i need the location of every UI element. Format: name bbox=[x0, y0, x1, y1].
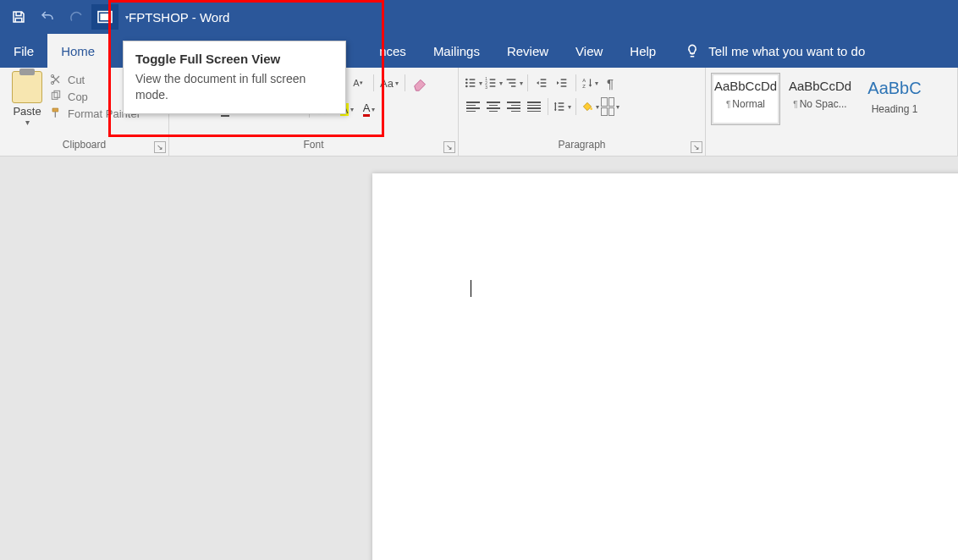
svg-rect-5 bbox=[54, 91, 60, 97]
scissors-icon bbox=[49, 73, 63, 86]
svg-rect-4 bbox=[52, 92, 58, 99]
svg-point-8 bbox=[465, 85, 468, 88]
style-name-heading1: Heading 1 bbox=[861, 103, 928, 115]
font-color-button[interactable]: A bbox=[360, 100, 378, 118]
undo-icon[interactable] bbox=[34, 4, 61, 30]
svg-point-14 bbox=[590, 107, 592, 110]
increase-indent-button[interactable] bbox=[553, 74, 571, 92]
group-styles: AaBbCcDd ¶Normal AaBbCcDd ¶No Spac... Aa… bbox=[706, 68, 958, 156]
group-label-font: Font bbox=[169, 139, 458, 156]
group-label-clipboard: Clipboard bbox=[0, 139, 168, 156]
svg-point-7 bbox=[465, 82, 468, 85]
text-cursor bbox=[471, 280, 471, 297]
dialog-launcher-clipboard[interactable]: ↘ bbox=[154, 141, 166, 153]
svg-text:A: A bbox=[582, 78, 586, 83]
shrink-font-button[interactable]: A▾ bbox=[349, 74, 367, 92]
copy-icon bbox=[49, 90, 63, 103]
change-case-button[interactable]: Aa bbox=[380, 74, 399, 92]
line-spacing-icon bbox=[553, 100, 566, 113]
indent-icon bbox=[555, 76, 569, 90]
paintbrush-icon bbox=[49, 107, 63, 120]
style-preview: AaBbCcDd bbox=[786, 79, 854, 93]
tab-references-partial[interactable]: nces bbox=[376, 34, 420, 68]
group-label-paragraph: Paragraph bbox=[459, 139, 705, 156]
multilevel-icon bbox=[504, 76, 518, 90]
tooltip-title: Toggle Full Screen View bbox=[135, 52, 333, 66]
eraser-icon bbox=[411, 74, 430, 92]
sort-button[interactable]: AZ bbox=[581, 74, 599, 92]
cut-label: Cut bbox=[68, 74, 85, 86]
show-paragraph-marks-button[interactable]: ¶ bbox=[601, 74, 619, 92]
tab-view[interactable]: View bbox=[562, 34, 616, 68]
bullets-button[interactable] bbox=[464, 74, 482, 92]
style-preview: AaBbCcDd bbox=[712, 79, 779, 93]
line-spacing-button[interactable] bbox=[553, 97, 571, 116]
lightbulb-icon bbox=[685, 43, 700, 58]
redo-icon[interactable] bbox=[63, 4, 90, 30]
justify-button[interactable] bbox=[525, 97, 543, 116]
document-area bbox=[0, 156, 958, 560]
window-title: FPTSHOP - Word bbox=[129, 10, 229, 25]
style-no-spacing[interactable]: AaBbCcDd ¶No Spac... bbox=[785, 73, 855, 125]
tab-review[interactable]: Review bbox=[493, 34, 562, 68]
clipboard-icon bbox=[12, 71, 42, 103]
style-normal[interactable]: AaBbCcDd ¶Normal bbox=[711, 73, 780, 125]
align-center-button[interactable] bbox=[484, 97, 503, 116]
align-right-button[interactable] bbox=[504, 97, 523, 116]
tab-mailings[interactable]: Mailings bbox=[420, 34, 493, 68]
svg-rect-1 bbox=[100, 14, 109, 20]
sort-icon: AZ bbox=[581, 76, 593, 90]
svg-text:3: 3 bbox=[485, 85, 487, 90]
outdent-icon bbox=[535, 76, 548, 90]
fullscreen-toggle-icon[interactable] bbox=[91, 4, 118, 30]
numbering-button[interactable]: 123 bbox=[484, 74, 503, 92]
style-preview: AaBbC bbox=[861, 79, 928, 98]
bullets-icon bbox=[464, 76, 477, 90]
title-bar: ▾ FPTSHOP - Word bbox=[0, 0, 958, 34]
paste-label: Paste bbox=[5, 105, 49, 118]
borders-icon bbox=[601, 97, 614, 116]
decrease-indent-button[interactable] bbox=[532, 74, 551, 92]
tooltip-description: View the document in full screen mode. bbox=[135, 71, 333, 103]
group-paragraph: 123 AZ ¶ bbox=[459, 68, 706, 156]
style-name-nospacing: No Spac... bbox=[800, 98, 847, 110]
borders-button[interactable] bbox=[601, 97, 619, 116]
svg-point-6 bbox=[465, 79, 468, 81]
clear-formatting-button[interactable] bbox=[411, 74, 430, 92]
save-icon[interactable] bbox=[5, 4, 32, 30]
bucket-icon bbox=[581, 100, 594, 113]
align-left-button[interactable] bbox=[464, 97, 482, 116]
svg-text:Z: Z bbox=[582, 84, 586, 89]
tab-home[interactable]: Home bbox=[47, 34, 108, 68]
numbering-icon: 123 bbox=[484, 76, 498, 90]
style-heading1[interactable]: AaBbC Heading 1 bbox=[860, 73, 929, 125]
tab-help[interactable]: Help bbox=[616, 34, 669, 68]
document-page[interactable] bbox=[372, 173, 958, 560]
tooltip: Toggle Full Screen View View the documen… bbox=[123, 41, 346, 114]
tab-file[interactable]: File bbox=[0, 34, 47, 68]
paste-button[interactable]: Paste ▾ bbox=[5, 71, 49, 139]
dialog-launcher-font[interactable]: ↘ bbox=[443, 141, 455, 153]
shading-button[interactable] bbox=[581, 97, 599, 116]
chevron-down-icon[interactable]: ▾ bbox=[5, 118, 49, 127]
quick-access-toolbar: ▾ bbox=[5, 4, 129, 30]
copy-label: Cop bbox=[68, 91, 88, 103]
style-name-normal: Normal bbox=[732, 98, 765, 110]
dialog-launcher-paragraph[interactable]: ↘ bbox=[691, 141, 702, 153]
multilevel-list-button[interactable] bbox=[504, 74, 523, 92]
tell-me[interactable]: Tell me what you want to do bbox=[669, 34, 865, 68]
tell-me-label: Tell me what you want to do bbox=[708, 44, 865, 58]
